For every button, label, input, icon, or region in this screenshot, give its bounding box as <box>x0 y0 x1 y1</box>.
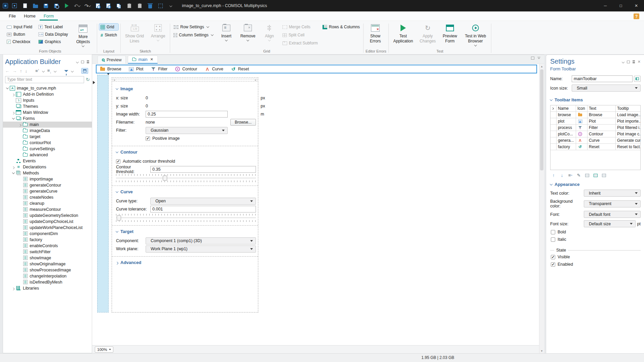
run-icon[interactable] <box>64 3 70 9</box>
text-cell[interactable]: Plot <box>588 118 616 125</box>
panel-menu-chevron-icon[interactable] <box>76 60 79 63</box>
preview-form-button[interactable]: Preview Form <box>440 22 460 44</box>
table-row[interactable]: browse Browse Load image... <box>551 112 640 118</box>
tree-item[interactable]: Forms <box>3 116 92 122</box>
collapse-section-icon[interactable] <box>116 150 118 153</box>
float-panel-icon[interactable] <box>81 61 84 63</box>
tree-expander-icon[interactable] <box>5 87 10 89</box>
text-cell[interactable]: Curve <box>588 137 616 144</box>
undo-icon[interactable]: ↶ <box>74 3 80 9</box>
tooltip-cell[interactable]: Plot filtered i... <box>616 125 640 131</box>
duplicate-icon[interactable] <box>137 3 143 9</box>
add-separator-icon[interactable] <box>584 173 590 178</box>
close-tab-icon[interactable]: ✕ <box>150 57 153 62</box>
tab-home[interactable]: Home <box>20 12 40 21</box>
collapse-all-icon[interactable]: ≡↑ <box>35 68 39 73</box>
scroll-down-icon[interactable]: ▼ <box>540 349 543 353</box>
merge-cells-button[interactable]: Merge Cells <box>281 24 319 30</box>
chevron-down-icon[interactable] <box>54 70 56 72</box>
tooltip-cell[interactable]: Plot image c... <box>616 131 640 137</box>
move-down-icon[interactable]: ↓ <box>559 173 565 178</box>
maximize-editor-icon[interactable] <box>531 57 534 60</box>
positive-image-checkbox[interactable] <box>146 136 150 141</box>
tree-item[interactable]: createNodes <box>3 194 92 200</box>
tree-item[interactable]: cleanup <box>3 200 92 206</box>
graphics-button[interactable]: Graphics <box>37 38 69 45</box>
help-button[interactable]: ? <box>634 13 639 19</box>
form-toolbar-item[interactable]: Browse <box>100 67 121 71</box>
scrollbar-thumb[interactable] <box>540 69 543 170</box>
component-dropdown[interactable]: Component 1 (comp1) (3D) <box>146 237 256 244</box>
tab-preview[interactable]: Preview <box>98 56 126 64</box>
data-display-button[interactable]: 1.23Data Display <box>37 31 69 38</box>
tree-item[interactable]: curveSettings <box>3 146 92 152</box>
table-empty-area[interactable] <box>551 150 640 170</box>
show-settings-toggle[interactable] <box>81 68 88 74</box>
tree-expander-icon[interactable] <box>11 287 16 289</box>
collapse-section-icon[interactable] <box>116 230 118 232</box>
zoom-level-button[interactable]: 100% <box>95 347 113 353</box>
tree-item[interactable]: updateCompChoiceList <box>3 219 92 225</box>
pin-panel-icon[interactable] <box>87 60 89 63</box>
delete-item-icon[interactable] <box>601 173 607 178</box>
text-cell[interactable]: Contour <box>588 131 616 137</box>
collapse-section-icon[interactable] <box>116 190 118 193</box>
tree-item[interactable]: contourPlot <box>3 140 92 146</box>
tree-item[interactable]: Add-in Definition <box>3 91 92 97</box>
close-panel-icon[interactable]: ✕ <box>638 60 641 64</box>
automatic-contour-threshold-checkbox[interactable] <box>116 159 120 164</box>
browse-file-button[interactable]: Browse... <box>230 119 256 126</box>
tree-item[interactable]: main <box>3 122 92 128</box>
expand-section-icon[interactable] <box>116 262 118 264</box>
slider-thumb[interactable] <box>163 175 167 181</box>
row-settings-button[interactable]: Row Settings <box>172 24 215 30</box>
align-button[interactable]: Align <box>260 22 279 41</box>
tree-item[interactable]: showImage <box>3 255 92 261</box>
chevron-down-icon[interactable] <box>71 70 74 72</box>
text-cell[interactable]: Filter <box>588 125 616 131</box>
toolbar-items-section-header[interactable]: Toolbar Items <box>550 97 641 102</box>
tree-item[interactable]: Main Window <box>3 109 92 116</box>
tree-item[interactable]: target <box>3 134 92 140</box>
curve-tolerance-slider[interactable] <box>116 214 256 222</box>
bold-checkbox[interactable] <box>551 230 555 234</box>
customize-toolbar-chevron-icon[interactable] <box>168 3 174 9</box>
row-marker-icon[interactable] <box>93 81 95 84</box>
tree-item[interactable]: Methods <box>3 170 92 176</box>
icon-cell[interactable] <box>576 125 588 131</box>
tree-item[interactable]: showProcessedImage <box>3 267 92 273</box>
contour-threshold-slider[interactable] <box>116 174 256 182</box>
extract-subform-button[interactable]: Extract Subform <box>281 40 319 46</box>
appearance-section-header[interactable]: Appearance <box>550 182 641 187</box>
test-application-button[interactable]: Test Application <box>391 22 416 44</box>
name-cell[interactable]: browse <box>557 112 576 118</box>
paste-icon[interactable] <box>126 3 132 9</box>
tree-expander-icon[interactable] <box>11 172 16 174</box>
table-row[interactable]: genera... Curve Generate cur... <box>551 137 640 144</box>
float-panel-icon[interactable] <box>627 61 630 63</box>
remove-button[interactable]: Remove <box>238 22 258 41</box>
tree-item[interactable]: imageData <box>3 128 92 134</box>
font-dropdown[interactable]: Default font <box>584 211 641 218</box>
curve-type-dropdown[interactable]: Open <box>150 198 256 205</box>
save-icon[interactable] <box>43 3 49 9</box>
name-cell[interactable]: plot <box>557 118 576 125</box>
filter-view-icon[interactable] <box>64 70 68 72</box>
tree-item[interactable]: generateCurve <box>3 188 92 194</box>
tree-expander-icon[interactable] <box>11 93 16 95</box>
expand-all-icon[interactable]: ≡↓ <box>47 68 51 74</box>
move-up-icon[interactable]: ↑ <box>20 68 22 73</box>
tree-item[interactable]: Inputs <box>3 97 92 103</box>
icon-cell[interactable] <box>576 144 588 150</box>
tree-expander-icon[interactable] <box>11 111 16 113</box>
tree-item[interactable]: Themes <box>3 103 92 109</box>
tree-item[interactable]: measureContour <box>3 206 92 212</box>
editor-vertical-scrollbar[interactable]: ▲ ▼ <box>539 64 544 353</box>
grid-row-header[interactable] <box>97 75 109 312</box>
tab-file[interactable]: File <box>5 12 20 21</box>
form-grid-outline[interactable]: Image x: size0px y: size0px Image width:… <box>112 77 258 312</box>
checkbox-object-button[interactable]: ✓Checkbox <box>5 38 34 45</box>
tree-item[interactable]: updateGeometrySelection <box>3 212 92 219</box>
name-cell[interactable]: genera... <box>557 137 576 144</box>
desktop-icon[interactable] <box>11 3 17 9</box>
